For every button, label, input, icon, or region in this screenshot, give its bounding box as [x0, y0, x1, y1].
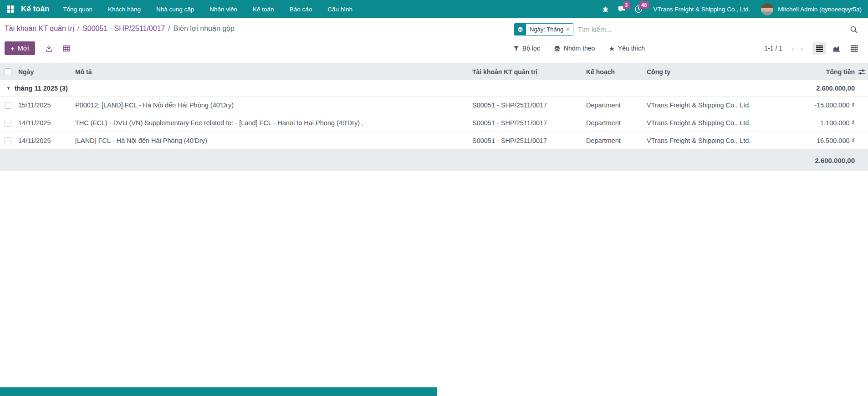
messages-icon[interactable]: 3: [616, 3, 628, 15]
breadcrumb-current-page: Biên lợi nhuận gộp: [174, 25, 235, 33]
breadcrumb-link-account[interactable]: S00051 - SHP/2511/0017: [82, 25, 165, 33]
group-row-month[interactable]: ▼ tháng 11 2025 (3) 2.600.000,00: [0, 80, 868, 96]
table-header-row: Ngày Mô tả Tài khoản KT quản trị Kế hoạc…: [0, 63, 868, 80]
cell-plan: Department: [586, 119, 647, 127]
activities-clock-icon[interactable]: 48: [633, 3, 644, 15]
column-header-plan[interactable]: Kế hoạch: [586, 68, 647, 76]
menu-item-ke-toan[interactable]: Kế toán: [253, 6, 274, 13]
cell-date: 14/11/2025: [18, 137, 75, 144]
menu-item-cau-hinh[interactable]: Cấu hình: [327, 6, 352, 13]
filter-funnel-icon: [513, 46, 519, 51]
user-avatar[interactable]: [761, 3, 773, 15]
footer-total: 2.600.000,00: [763, 157, 855, 164]
menu-item-bao-cao[interactable]: Báo cáo: [290, 6, 312, 13]
column-header-company[interactable]: Công ty: [647, 68, 763, 76]
menu-item-nha-cung-cap[interactable]: Nhà cung cấp: [156, 6, 194, 13]
pager-previous-icon[interactable]: ‹: [789, 44, 797, 53]
favorites-button[interactable]: ★ Yêu thích: [608, 45, 645, 52]
table-footer-row: 2.600.000,00: [0, 150, 868, 171]
new-button-label: Mới: [18, 45, 29, 52]
filters-label: Bộ lọc: [522, 45, 540, 52]
table-row[interactable]: 15/11/2025 P00012: [LAND] FCL - Hà Nội đ…: [0, 96, 868, 114]
insert-spreadsheet-icon[interactable]: [63, 45, 71, 52]
messages-badge: 3: [623, 1, 630, 9]
breadcrumb-link-analytic-accounts[interactable]: Tài khoản KT quản trị: [5, 25, 74, 33]
company-switcher[interactable]: VTrans Freight & Shipping Co., Ltd.: [654, 6, 751, 13]
cell-account: S00051 - SHP/2511/0017: [472, 119, 586, 127]
group-label: tháng 11 2025 (3): [15, 85, 68, 92]
cell-plan: Department: [586, 137, 647, 144]
apps-grid-icon[interactable]: [4, 2, 17, 16]
optional-columns-sliders-icon[interactable]: [855, 68, 868, 76]
select-all-checkbox[interactable]: [5, 68, 11, 75]
column-header-date[interactable]: Ngày: [18, 68, 75, 76]
column-header-account[interactable]: Tài khoản KT quản trị: [472, 68, 586, 76]
list-view-table: Ngày Mô tả Tài khoản KT quản trị Kế hoạc…: [0, 63, 868, 171]
menu-item-nhan-vien[interactable]: Nhân viên: [209, 6, 237, 13]
menu-item-khach-hang[interactable]: Khách hàng: [108, 6, 141, 13]
cell-plan: Department: [586, 102, 647, 109]
cell-date: 14/11/2025: [18, 119, 75, 127]
cell-amount: -15.000.000 ₫: [763, 102, 855, 109]
search-facet-date-month: Ngày: Tháng ×: [514, 23, 573, 36]
pager-next-icon[interactable]: ›: [797, 44, 806, 53]
groupby-layers-icon: [515, 24, 526, 35]
cell-description: P00012: [LAND] FCL - Hà Nội đến Hải Phòn…: [75, 102, 472, 109]
table-row[interactable]: 14/11/2025 THC (FCL) - DVU (VN) Suppleme…: [0, 114, 868, 132]
control-panel-top: Tài khoản KT quản trị / S00051 - SHP/251…: [0, 18, 868, 39]
breadcrumb: Tài khoản KT quản trị / S00051 - SHP/251…: [5, 25, 235, 33]
cell-date: 15/11/2025: [18, 102, 75, 109]
column-header-amount[interactable]: Tổng tiền: [763, 68, 855, 76]
row-checkbox[interactable]: [5, 120, 11, 127]
breadcrumb-separator: /: [77, 25, 79, 33]
main-menu: Tổng quan Khách hàng Nhà cung cấp Nhân v…: [63, 6, 352, 13]
plus-icon: +: [10, 45, 15, 52]
breadcrumb-separator: /: [168, 25, 170, 33]
groupby-layers-icon: [554, 45, 561, 52]
search-input[interactable]: [573, 25, 850, 33]
facet-remove-icon[interactable]: ×: [565, 24, 573, 35]
view-switcher: [812, 42, 861, 55]
row-checkbox[interactable]: [5, 137, 11, 144]
navbar-right: 3 48 VTrans Freight & Shipping Co., Ltd.…: [600, 3, 863, 15]
group-expand-caret-icon[interactable]: ▼: [6, 86, 10, 91]
favorites-label: Yêu thích: [618, 45, 645, 52]
cell-description: THC (FCL) - DVU (VN) Supplementary Fee r…: [75, 119, 472, 127]
cell-description: [LAND] FCL - Hà Nội đến Hải Phòng (40'Dr…: [75, 137, 472, 144]
groupby-button[interactable]: Nhóm theo: [554, 45, 595, 52]
graph-view-button[interactable]: [830, 42, 843, 55]
search-icon[interactable]: [850, 25, 858, 34]
list-view-button[interactable]: [812, 42, 826, 55]
facet-label: Ngày: Tháng: [526, 24, 565, 35]
group-total: 2.600.000,00: [763, 85, 855, 92]
menu-item-tong-quan[interactable]: Tổng quan: [63, 6, 92, 13]
cell-company: VTrans Freight & Shipping Co., Ltd.: [647, 102, 763, 109]
column-header-description[interactable]: Mô tả: [75, 68, 472, 76]
debug-bug-icon[interactable]: [600, 3, 612, 15]
cell-company: VTrans Freight & Shipping Co., Ltd.: [647, 119, 763, 127]
bottom-loading-bar: [0, 387, 437, 396]
control-panel-toolbar: + Mới Bộ lọc: [0, 39, 868, 57]
cell-amount: 1.100.000 ₫: [763, 119, 855, 127]
row-checkbox[interactable]: [5, 102, 11, 109]
toolbar-right: Bộ lọc Nhóm theo ★ Yêu thích 1-1 / 1 ‹ ›: [513, 42, 861, 55]
filters-button[interactable]: Bộ lọc: [513, 45, 540, 52]
star-icon: ★: [608, 45, 614, 52]
top-navbar: Kế toán Tổng quan Khách hàng Nhà cung cấ…: [0, 0, 868, 18]
export-download-icon[interactable]: [45, 45, 53, 52]
table-row[interactable]: 14/11/2025 [LAND] FCL - Hà Nội đến Hải P…: [0, 132, 868, 150]
user-menu[interactable]: Mitchell Admin (qynoeeqvyt5a): [778, 6, 862, 13]
activities-badge: 48: [639, 1, 649, 9]
new-button[interactable]: + Mới: [5, 41, 35, 55]
groupby-label: Nhóm theo: [564, 45, 595, 52]
pager-counter: 1-1 / 1: [764, 45, 782, 52]
cell-account: S00051 - SHP/2511/0017: [472, 137, 586, 144]
cell-amount: 16.500.000 ₫: [763, 137, 855, 144]
pivot-view-button[interactable]: [847, 42, 861, 55]
app-name[interactable]: Kế toán: [21, 5, 49, 14]
cell-account: S00051 - SHP/2511/0017: [472, 102, 586, 109]
search-bar: Ngày: Tháng ×: [513, 21, 861, 39]
cell-company: VTrans Freight & Shipping Co., Ltd.: [647, 137, 763, 144]
